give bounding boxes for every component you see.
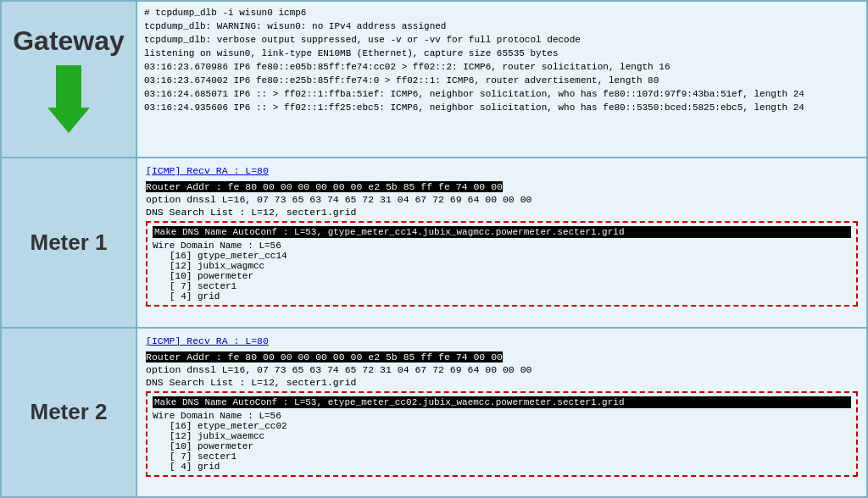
tcpdump-line-5: 03:16:23.670986 IP6 fe80::e05b:85ff:fe74… [144, 61, 860, 75]
meter1-option-line: option dnssl L=16, 07 73 65 63 74 65 72 … [146, 194, 858, 205]
meter2-wire-line: Wire Domain Name : L=56 [153, 411, 851, 421]
arrow-container [47, 65, 90, 133]
meter1-wire-line: Wire Domain Name : L=56 [153, 241, 851, 251]
tcpdump-line-3: tcpdump_dlb: verbose output suppressed, … [144, 34, 860, 47]
meter2-router-addr: Router Addr : fe 80 00 00 00 00 00 00 e2… [146, 351, 503, 362]
tcpdump-line-1: # tcpdump_dlb -i wisun0 icmp6 [144, 7, 860, 20]
gateway-label: Gateway [13, 25, 125, 57]
tcpdump-section: # tcpdump_dlb -i wisun0 icmp6 tcpdump_dl… [137, 2, 866, 158]
meter1-label: Meter 1 [30, 230, 107, 256]
meter1-entry-3: [ 7] secter1 [153, 281, 851, 291]
left-panel: Gateway Meter 1 Meter 2 [2, 2, 137, 496]
meter2-entry-0: [16] etype_meter_cc02 [153, 421, 851, 431]
meter2-label: Meter 2 [30, 399, 107, 425]
meter1-entry-0: [16] gtype_meter_cc14 [153, 251, 851, 261]
meter2-section: [ICMP] Recv RA : L=80 Router Addr : fe 8… [137, 329, 866, 497]
meter2-dashed-box: Make DNS Name AutoConf : L=53, etype_met… [146, 391, 858, 477]
tcpdump-line-7: 03:16:24.685071 IP6 :: > ff02::1:ffba:51… [144, 88, 860, 102]
meter1-icmp-header: [ICMP] Recv RA : L=80 [146, 165, 858, 176]
meter2-cell: Meter 2 [2, 329, 137, 497]
meter2-option-line: option dnssl L=16, 07 73 65 63 74 65 72 … [146, 364, 858, 375]
gateway-cell: Gateway [2, 2, 137, 158]
tcpdump-line-6: 03:16:23.674002 IP6 fe80::e25b:85ff:fe74… [144, 75, 860, 88]
arrow-head-icon [47, 108, 90, 133]
meter1-cell: Meter 1 [2, 158, 137, 329]
arrow-shaft [56, 65, 81, 108]
tcpdump-line-8: 03:16:24.935606 IP6 :: > ff02::1:ff25:eb… [144, 102, 860, 115]
meter1-entry-2: [10] powermeter [153, 271, 851, 281]
tcpdump-line-4: listening on wisun0, link-type EN10MB (E… [144, 47, 860, 61]
main-container: Gateway Meter 1 Meter 2 # tcpdump_dlb -i… [0, 0, 868, 498]
meter2-entry-4: [ 4] grid [153, 462, 851, 472]
meter2-entry-2: [10] powermeter [153, 441, 851, 451]
meter1-entry-1: [12] jubix_wagmcc [153, 261, 851, 271]
meter1-entry-4: [ 4] grid [153, 291, 851, 302]
meter2-entry-3: [ 7] secter1 [153, 451, 851, 462]
meter1-router-addr: Router Addr : fe 80 00 00 00 00 00 00 e2… [146, 181, 503, 192]
tcpdump-line-2: tcpdump_dlb: WARNING: wisun0: no IPv4 ad… [144, 20, 860, 34]
meter1-make-dns: Make DNS Name AutoConf : L=53, gtype_met… [153, 226, 851, 238]
right-panel: # tcpdump_dlb -i wisun0 icmp6 tcpdump_dl… [137, 2, 866, 496]
meter2-icmp-header: [ICMP] Recv RA : L=80 [146, 335, 858, 346]
meter2-dns-line: DNS Search List : L=12, secter1.grid [146, 377, 858, 388]
meter1-section: [ICMP] Recv RA : L=80 Router Addr : fe 8… [137, 158, 866, 329]
meter1-dashed-box: Make DNS Name AutoConf : L=53, gtype_met… [146, 221, 858, 307]
meter2-make-dns: Make DNS Name AutoConf : L=53, etype_met… [153, 396, 851, 408]
meter1-dns-line: DNS Search List : L=12, secter1.grid [146, 207, 858, 218]
meter2-entry-1: [12] jubix_waemcc [153, 431, 851, 441]
